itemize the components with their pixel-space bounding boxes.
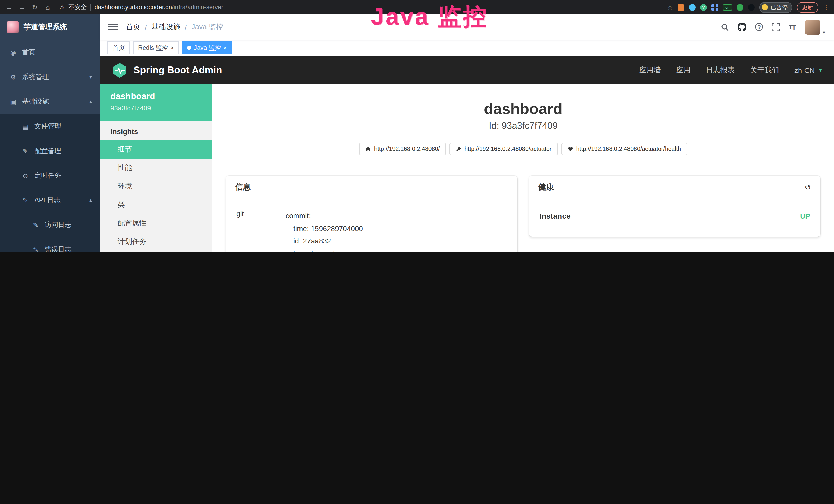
reload-icon[interactable]: ↻ [31,3,39,11]
paused-badge[interactable]: 已暂停 [759,2,792,13]
access-log-icon: ✎ [32,221,40,229]
sba-item-properties[interactable]: 配置属性 [100,214,212,233]
font-size-icon[interactable]: TT [789,23,796,31]
brand-logo [7,21,19,33]
chrome-toolbar-right: ☆ V on 已暂停 更新 ⋮ [667,2,829,13]
tab-close-icon[interactable]: × [223,45,227,51]
infrastructure-submenu: ▤ 文件管理 ✎ 配置管理 ⊙ 定时任务 ✎ API 日志 ▲ [0,114,100,252]
insights-group-label: Insights [100,121,212,140]
chevron-up-icon: ▲ [88,198,93,203]
avatar [805,19,820,35]
switch-on-extension-icon[interactable]: on [723,4,732,10]
navbar-actions: ? TT ▼ [721,19,826,35]
service-url-link[interactable]: http://192.168.0.2:48080/ [359,143,446,155]
emoji-face-icon [762,4,768,10]
tab-home[interactable]: 首页 [107,41,130,54]
instance-id: 93a3fc7f7409 [110,104,201,112]
sidebar-item-error-log[interactable]: ✎ 错误日志 [0,237,100,252]
sidebar-item-config-manage[interactable]: ✎ 配置管理 [0,139,100,163]
timer-icon: ⊙ [22,172,29,180]
sidebar-item-infrastructure[interactable]: ▣ 基础设施 ▲ [0,89,100,114]
caret-down-icon: ▼ [822,30,826,35]
sidebar-item-home[interactable]: ◉ 首页 [0,40,100,65]
app-brand: 芋道管理系统 [0,15,100,40]
health-url-link[interactable]: http://192.168.0.2:48080/actuator/health [561,143,687,155]
sidebar-item-api-log[interactable]: ✎ API 日志 ▲ [0,188,100,212]
page-title: dashboard [212,100,834,117]
wrench-icon [456,146,461,152]
sba-nav: 应用墙 应用 日志报表 关于我们 zh-CN ▼ [639,66,823,75]
tab-redis-monitor[interactable]: Redis 监控 × [133,41,179,54]
sba-item-tasks[interactable]: 计划任务 [100,233,212,251]
screen: ← → ↻ ⌂ ⚠ 不安全 dashboard.yudao.iocoder.cn… [0,0,834,252]
browser-chrome: ← → ↻ ⌂ ⚠ 不安全 dashboard.yudao.iocoder.cn… [0,0,834,15]
warning-icon: ⚠ [60,4,65,10]
github-icon[interactable] [738,23,747,31]
sidebar-item-file-manage[interactable]: ▤ 文件管理 [0,114,100,139]
extension-icon-grid[interactable] [711,4,718,10]
health-card: 健康 ↺ Instance UP [529,176,820,237]
sba-nav-about[interactable]: 关于我们 [750,66,779,75]
help-icon[interactable]: ? [755,23,763,31]
edit-icon: ✎ [22,147,29,155]
sba-item-performance[interactable]: 性能 [100,159,212,177]
tab-close-icon[interactable]: × [171,45,174,51]
browser-menu-icon[interactable]: ⋮ [823,4,829,11]
extension-icon-droplet[interactable] [689,4,696,10]
info-card: 信息 git commit: time: 1596289704000 id: 2 [226,176,517,252]
sba-item-details[interactable]: 细节 [100,140,212,159]
sidebar-toggle-icon[interactable] [108,24,118,30]
sidebar-item-scheduled-task[interactable]: ⊙ 定时任务 [0,163,100,188]
user-menu[interactable]: ▼ [805,19,826,35]
tags-view-bar: 首页 Redis 监控 × Java 监控 × [100,40,834,56]
api-log-icon: ✎ [22,197,29,204]
page-instance-id: Id: 93a3fc7f7409 [212,121,834,132]
health-instance-row[interactable]: Instance UP [540,206,810,228]
active-tab-dot [187,46,191,50]
sba-locale-select[interactable]: zh-CN ▼ [794,66,823,74]
top-navbar: 首页 / 基础设施 / Java 监控 ? [100,15,834,40]
breadcrumb-home[interactable]: 首页 [126,22,140,31]
extension-icon-leaf[interactable] [737,4,743,10]
sba-header: Spring Boot Admin 应用墙 应用 日志报表 关于我们 zh-CN… [100,56,834,84]
file-icon: ▤ [22,122,29,130]
info-row-git: git commit: time: 1596289704000 id: 27aa… [236,206,507,252]
address-bar[interactable]: ⚠ 不安全 dashboard.yudao.iocoder.cn/infra/a… [60,3,662,12]
sba-item-classes[interactable]: 类 [100,196,212,214]
insights-group: Insights 细节 性能 环境 类 配置属性 计划任务 [100,121,212,252]
breadcrumb-section[interactable]: 基础设施 [152,22,180,31]
dashboard-icon: ◉ [9,48,17,56]
infrastructure-icon: ▣ [9,98,17,106]
search-icon[interactable] [721,23,729,31]
fullscreen-icon[interactable] [772,23,780,31]
actuator-url-link[interactable]: http://192.168.0.2:48080/actuator [449,143,557,155]
tab-java-monitor[interactable]: Java 监控 × [182,41,232,54]
instance-links: http://192.168.0.2:48080/ http://192.168… [212,143,834,155]
sba-main: dashboard Id: 93a3fc7f7409 http://192.16… [212,84,834,252]
heart-icon [567,146,573,152]
sba-nav-wall[interactable]: 应用墙 [639,66,661,75]
home-icon[interactable]: ⌂ [44,3,52,11]
extension-icon-orange[interactable] [678,4,684,10]
sba-brand[interactable]: Spring Boot Admin [111,62,222,78]
error-log-icon: ✎ [32,246,40,252]
status-badge: UP [800,212,810,220]
instance-name: dashboard [110,91,201,102]
info-card-title: 信息 [235,182,251,192]
sidebar-item-access-log[interactable]: ✎ 访问日志 [0,212,100,237]
sba-nav-journal[interactable]: 日志报表 [706,66,735,75]
vue-devtools-icon[interactable]: V [700,4,707,10]
admin-menu: ◉ 首页 ⚙ 系统管理 ▼ ▣ 基础设施 ▲ ▤ 文件管理 [0,40,100,252]
sba-item-environment[interactable]: 环境 [100,177,212,196]
extension-icon-dark[interactable] [748,4,755,10]
forward-icon[interactable]: → [18,3,26,11]
browser-update-button[interactable]: 更新 [797,2,818,13]
sba-nav-applications[interactable]: 应用 [676,66,691,75]
sidebar-item-system-manage[interactable]: ⚙ 系统管理 ▼ [0,65,100,89]
sba-logo-icon [111,62,128,78]
insecure-label: 不安全 [68,3,87,12]
history-icon[interactable]: ↺ [805,183,811,192]
sba-instance-block[interactable]: dashboard 93a3fc7f7409 [100,84,212,121]
back-icon[interactable]: ← [5,3,13,11]
bookmark-star-icon[interactable]: ☆ [667,3,673,11]
